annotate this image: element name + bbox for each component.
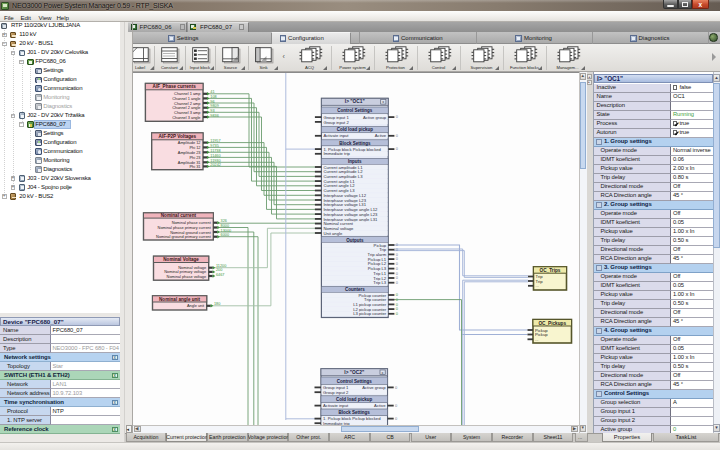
- svg-text:Control Settings: Control Settings: [337, 379, 372, 384]
- svg-text:9809: 9809: [210, 104, 218, 108]
- svg-text:...: ...: [536, 283, 540, 288]
- svg-text:Phi 31: Phi 31: [189, 164, 200, 169]
- svg-text:11957: 11957: [210, 139, 220, 143]
- svg-text:9836: 9836: [210, 114, 218, 118]
- svg-text:Nominal angle unit: Nominal angle unit: [159, 297, 201, 302]
- svg-text:6467: 6467: [216, 273, 224, 277]
- svg-text:Active group: Active group: [363, 115, 387, 120]
- svg-text:Unit angle: Unit angle: [323, 231, 343, 236]
- svg-text:Nominal phase voltage: Nominal phase voltage: [167, 274, 207, 279]
- svg-text:Immediate trip: Immediate trip: [323, 151, 350, 156]
- svg-text:Cold load pickup: Cold load pickup: [336, 397, 373, 402]
- svg-text:Control Settings: Control Settings: [337, 108, 372, 113]
- svg-text:Nominal ground primary current: Nominal ground primary current: [156, 234, 212, 239]
- svg-text:Active group: Active group: [362, 385, 386, 390]
- svg-text:11460: 11460: [210, 154, 220, 158]
- svg-text:13000: 13000: [221, 229, 232, 233]
- svg-text:x: x: [382, 371, 384, 375]
- svg-text:x: x: [382, 100, 384, 104]
- svg-text:6000: 6000: [221, 233, 229, 237]
- svg-text:Trip L3: Trip L3: [373, 280, 387, 285]
- svg-text:326: 326: [221, 219, 227, 223]
- svg-text:108: 108: [210, 95, 216, 99]
- svg-text:I> "OC1": I> "OC1": [345, 99, 365, 104]
- svg-text:OC_Pickups: OC_Pickups: [538, 321, 566, 326]
- svg-text:AIF_Phase currents: AIF_Phase currents: [153, 84, 197, 89]
- svg-text:8000: 8000: [221, 224, 229, 228]
- svg-text:9735: 9735: [210, 144, 218, 148]
- svg-text:Channel 3 angle: Channel 3 angle: [172, 115, 200, 120]
- svg-text:L3 pickup counter: L3 pickup counter: [353, 311, 387, 316]
- svg-text:96: 96: [210, 100, 214, 104]
- svg-text:AIF-P2P Voltages: AIF-P2P Voltages: [159, 134, 197, 139]
- svg-text:OC_Trips: OC_Trips: [540, 268, 561, 273]
- svg-text:Active: Active: [375, 133, 387, 138]
- svg-text:Angle unit: Angle unit: [187, 303, 205, 308]
- svg-text:93: 93: [210, 109, 214, 113]
- svg-text:Block Settings: Block Settings: [339, 141, 371, 146]
- svg-text:Block Settings: Block Settings: [339, 410, 371, 415]
- svg-text:Activate input: Activate input: [323, 133, 349, 138]
- svg-text:Active: Active: [374, 403, 386, 408]
- svg-text:...: ...: [535, 337, 539, 342]
- svg-text:20242: 20242: [210, 163, 221, 167]
- svg-text:11738: 11738: [210, 149, 220, 153]
- svg-text:Nominal current: Nominal current: [161, 213, 197, 218]
- svg-text:Outputs: Outputs: [346, 238, 364, 243]
- svg-text:Activate input: Activate input: [323, 403, 349, 408]
- svg-text:180: 180: [214, 302, 220, 306]
- svg-text:Inputs: Inputs: [348, 159, 362, 164]
- svg-text:Group input 2: Group input 2: [323, 120, 349, 125]
- svg-text:Cold load pickup: Cold load pickup: [337, 127, 374, 132]
- svg-text:41: 41: [210, 90, 214, 94]
- svg-text:Group input 2: Group input 2: [323, 390, 349, 395]
- svg-text:I> "OC2": I> "OC2": [344, 370, 364, 375]
- svg-text:Nominal Voltage: Nominal Voltage: [163, 257, 199, 262]
